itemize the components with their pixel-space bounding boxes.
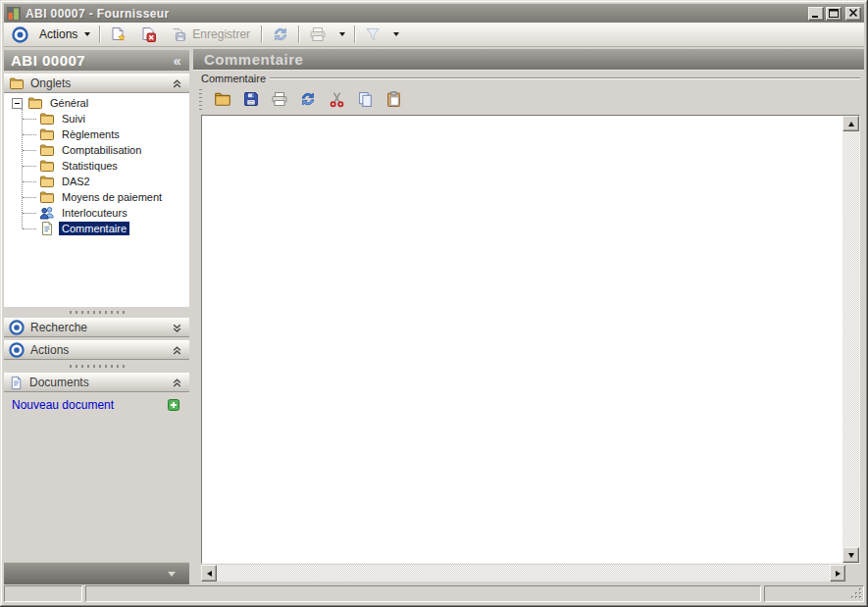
save-comment-button[interactable] [241,88,261,110]
save-button[interactable]: Enregistrer [167,25,256,45]
tree-item-comptabilisation[interactable]: Comptabilisation [4,142,189,158]
maximize-button[interactable] [826,7,842,21]
tree-item-das2[interactable]: DAS2 [4,174,189,189]
tree-item-interlocuteurs[interactable]: Interlocuteurs [4,205,189,221]
document-icon [9,376,24,390]
main-panel: Commentaire Commentaire [193,47,864,584]
toolbar-separator [261,25,263,43]
new-document-link[interactable]: Nouveau document [12,398,114,412]
bullseye-icon [9,320,25,335]
window-title: ABI 00007 - Fournisseur [26,7,170,21]
printer-icon [271,90,288,108]
refresh-button[interactable] [268,25,293,45]
folder-icon [27,95,43,111]
horizontal-scroll-track[interactable] [217,565,830,582]
tree-item-label: Statistiques [59,159,121,173]
panel-label-recherche: Recherche [30,321,87,334]
sidebar: ABI 00007 « Onglets Géné [4,47,189,584]
sidebar-overflow-bar[interactable] [4,562,189,584]
refresh-comment-button[interactable] [298,88,318,110]
cut-icon [329,91,345,108]
tree-item-general[interactable]: Général [4,95,189,111]
collapse-panel-icon [172,345,182,356]
main-toolbar: Actions Enregistrer [4,23,864,47]
open-folder-icon [214,90,231,108]
tree-item-commentaire[interactable]: Commentaire [4,221,189,236]
tree-expand-toggle[interactable] [12,98,23,109]
actions-menu-label: Actions [39,27,77,41]
save-icon [171,26,187,43]
tree-connector-line [22,109,23,228]
scroll-right-button[interactable] [830,565,845,582]
comment-toolbar [199,86,403,112]
tree-item-label: Comptabilisation [59,143,144,157]
save-button-label: Enregistrer [192,27,250,41]
toolbar-separator [298,25,300,43]
status-panel-right [764,585,864,602]
filter-button[interactable] [361,25,384,45]
resize-grip[interactable] [850,587,863,602]
print-comment-button[interactable] [270,88,289,110]
panel-label-onglets: Onglets [30,76,71,90]
chevron-down-icon [339,32,345,36]
horizontal-scrollbar [201,565,845,582]
filter-options-button[interactable] [384,25,403,45]
filter-icon [365,26,381,42]
collapse-panel-icon [172,378,182,388]
tree-item-label: Général [47,96,91,110]
splitter-handle[interactable] [4,307,189,318]
tree-item-label: Moyens de paiement [59,190,165,204]
printer-icon [309,25,327,43]
panel-label-actions: Actions [30,343,69,357]
tree-item-label: Commentaire [59,222,129,235]
folder-icon [9,76,25,91]
scroll-left-button[interactable] [201,565,217,582]
onglets-tree: Général Suivi Règlements Comptabilisatio… [4,93,189,307]
people-icon [39,205,55,221]
refresh-icon [272,25,289,43]
groupbox-label: Commentaire [197,73,270,84]
splitter-handle[interactable] [4,360,189,373]
tree-item-statistiques[interactable]: Statistiques [4,158,189,174]
tree-item-label: Interlocuteurs [59,206,130,220]
paste-button[interactable] [383,88,403,110]
tree-item-reglements[interactable]: Règlements [4,126,189,142]
toolbar-grip[interactable] [199,89,202,110]
save-icon [242,90,260,108]
print-options-button[interactable] [331,25,349,45]
folder-icon [39,111,55,126]
actions-menu-button[interactable]: Actions [30,25,94,45]
folder-icon [39,126,55,142]
folder-icon [39,142,55,158]
status-panel-center [85,585,761,602]
comment-textarea[interactable] [203,117,842,562]
bullseye-icon [9,342,25,358]
collapse-panel-icon [172,78,182,89]
panel-header-documents[interactable]: Documents [4,373,189,392]
panel-header-recherche[interactable]: Recherche [4,318,189,337]
refresh-icon [299,90,317,108]
close-button[interactable] [845,7,861,21]
print-button[interactable] [305,25,331,45]
add-icon[interactable] [168,399,179,411]
scroll-up-button[interactable] [842,116,859,131]
sidebar-collapse-button[interactable]: « [174,56,181,66]
title-bar: ABI 00007 - Fournisseur [4,4,864,23]
minimize-button[interactable] [808,7,824,21]
delete-button[interactable] [136,25,161,45]
tree-item-moyens-de-paiement[interactable]: Moyens de paiement [4,189,189,205]
copy-icon [357,91,374,108]
panel-header-onglets[interactable]: Onglets [4,74,189,93]
copy-button[interactable] [355,88,375,110]
tree-item-suivi[interactable]: Suivi [4,111,189,126]
expand-panel-icon [172,323,182,333]
status-bar [4,584,864,603]
scroll-down-button[interactable] [842,547,859,563]
open-button[interactable] [213,88,232,110]
new-document-button[interactable] [106,25,130,45]
vertical-scroll-track[interactable] [842,131,859,547]
groupbox-border [270,77,860,79]
folder-icon [39,174,55,189]
cut-button[interactable] [327,88,346,110]
panel-header-actions[interactable]: Actions [4,340,189,360]
